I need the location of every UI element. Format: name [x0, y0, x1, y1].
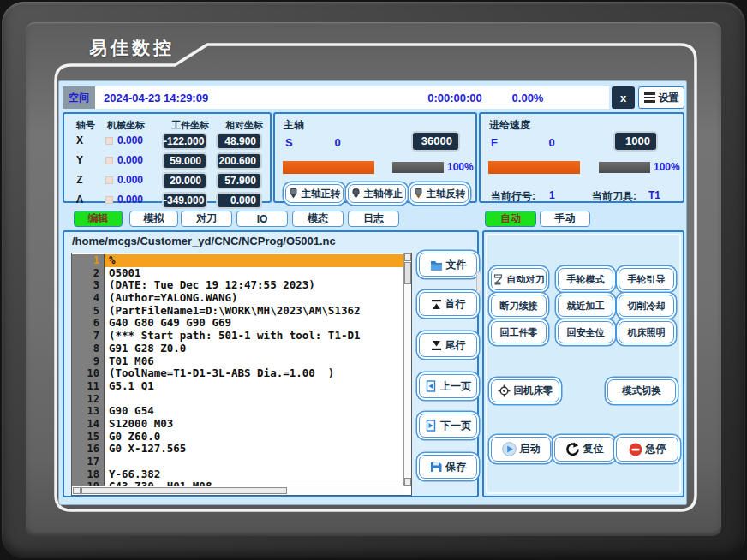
scroll-down-arrow[interactable] — [404, 478, 411, 486]
feed-letter: F — [491, 136, 498, 149]
start-button[interactable]: 启动 — [491, 437, 551, 462]
tab-tool-setting[interactable]: 对刀 — [181, 211, 232, 227]
play-icon — [502, 442, 517, 456]
code-line[interactable]: 18Y-66.382 — [72, 468, 403, 481]
save-button[interactable]: 保存 — [419, 455, 477, 479]
line-number: 10 — [72, 367, 105, 380]
spindle-progress-fill — [283, 161, 374, 174]
code-line[interactable]: 8G91 G28 Z0.0 — [72, 343, 403, 355]
tab-auto[interactable]: 自动 — [485, 211, 536, 227]
screen: 空间 2024-04-23 14:29:09 0:00:00:00 0.00% … — [58, 80, 687, 505]
first-line-button[interactable]: 首行 — [419, 292, 477, 316]
spindle-reverse-button[interactable]: 主轴反转 — [410, 184, 469, 203]
code-line[interactable]: 17 — [72, 456, 403, 468]
tab-simulate[interactable]: 模拟 — [129, 211, 178, 227]
prev-page-button[interactable]: 上一页 — [419, 374, 477, 398]
line-number: 6 — [72, 317, 105, 330]
broken-tool-resume-button[interactable]: 断刀续接 — [491, 295, 547, 317]
line-number: 14 — [72, 418, 105, 431]
axis-label: A — [71, 194, 88, 206]
feed-title: 进给速度 — [489, 118, 530, 133]
settings-button[interactable]: 设置 — [638, 86, 684, 109]
save-button-label: 保存 — [445, 460, 466, 474]
line-text: (DATE: Tue Dec 19 12:47:55 2023) — [105, 279, 403, 292]
tab-edit[interactable]: 编辑 — [74, 211, 123, 227]
code-line[interactable]: 5(PartFileName1=D:\WORK\MH\2023\AM\S1362 — [72, 305, 403, 318]
axis-label: Y — [71, 154, 88, 166]
code-line[interactable]: 12 — [72, 393, 403, 406]
last-line-button[interactable]: 尾行 — [419, 333, 477, 357]
close-button[interactable]: x — [612, 86, 635, 109]
elapsed-time-label: 0:00:00:00 — [412, 92, 498, 104]
cutting-coolant-button[interactable]: 切削冷却 — [619, 295, 674, 317]
estop-icon — [629, 443, 642, 456]
line-number: 12 — [72, 393, 105, 406]
scroll-up-arrow[interactable] — [404, 253, 411, 261]
handwheel-guide-button[interactable]: 手轮引导 — [619, 268, 674, 290]
code-line[interactable]: 7(*** Start path: 501-1 with tool: T1-D1 — [72, 330, 403, 343]
code-line[interactable]: 14S12000 M03 — [72, 418, 403, 431]
emergency-stop-button[interactable]: 急停 — [616, 437, 678, 462]
relative-coord-value: 0.000 — [216, 192, 262, 209]
code-line[interactable]: 16G0 X-127.565 — [72, 443, 403, 456]
code-line[interactable]: 10(ToolName=T1-D1-3L-ABS Dia.=1.00 ) — [72, 367, 403, 380]
line-number: 3 — [72, 279, 105, 292]
header-relative-coord: 相对坐标 — [225, 119, 263, 132]
header-machine-coord: 机械坐标 — [107, 119, 145, 132]
line-text: O5001 — [105, 267, 403, 280]
tab-modal[interactable]: 模态 — [292, 211, 344, 227]
axis-label: Z — [71, 174, 88, 186]
prev-page-icon — [425, 380, 437, 392]
work-coord-value: -122.000 — [162, 133, 207, 150]
line-number: 16 — [72, 443, 105, 456]
scroll-left-arrow[interactable] — [73, 487, 81, 494]
file-button[interactable]: 文件 — [419, 253, 477, 277]
code-line[interactable]: 11G5.1 Q1 — [72, 380, 403, 393]
spindle-tool-icon — [414, 188, 423, 199]
next-page-button[interactable]: 下一页 — [419, 414, 477, 438]
return-safe-position-button[interactable]: 回安全位 — [558, 321, 613, 343]
prev-page-label: 上一页 — [440, 379, 471, 394]
progress-percent-label: 0.00% — [498, 92, 558, 104]
handwheel-mode-button[interactable]: 手轮模式 — [558, 268, 613, 290]
emergency-stop-label: 急停 — [646, 442, 666, 456]
machine-coord-value: 0.000 — [117, 174, 143, 186]
code-area[interactable]: 1% 2O5001 3(DATE: Tue Dec 19 12:47:55 20… — [71, 253, 412, 496]
spindle-title: 主轴 — [284, 118, 304, 133]
spindle-stop-button[interactable]: 主轴停止 — [348, 184, 406, 203]
machine-light-button[interactable]: 机床照明 — [619, 321, 674, 343]
line-number: 2 — [72, 267, 105, 280]
line-number: 7 — [72, 330, 105, 343]
return-work-zero-button[interactable]: 回工件零 — [491, 321, 547, 343]
tab-workspace[interactable]: 空间 — [63, 86, 95, 109]
reset-button[interactable]: 复位 — [554, 437, 614, 462]
code-line[interactable]: 9T01 M06 — [72, 355, 403, 368]
tab-io[interactable]: IO — [236, 211, 288, 227]
auto-tool-setting-button[interactable]: 自动对刀 — [491, 268, 547, 290]
code-line[interactable]: 13G90 G54 — [72, 405, 403, 418]
line-text: G0 Z60.0 — [105, 431, 403, 444]
spindle-forward-button[interactable]: 主轴正转 — [285, 184, 344, 203]
nc-editor-panel: /home/mcgs/Customer_yd/CNC/NCProg/O5001.… — [63, 230, 479, 497]
tab-log[interactable]: 日志 — [348, 211, 399, 227]
code-line[interactable]: 2O5001 — [72, 267, 403, 280]
vertical-scrollbar[interactable] — [403, 253, 411, 486]
horizontal-scroll-thumb[interactable] — [81, 487, 287, 494]
code-line[interactable]: 3(DATE: Tue Dec 19 12:47:55 2023) — [72, 279, 403, 292]
vertical-scroll-thumb[interactable] — [404, 262, 411, 284]
mode-switch-button[interactable]: 模式切换 — [607, 379, 676, 402]
code-line[interactable]: 4(Author=YALONG.WANG) — [72, 292, 403, 305]
relative-coord-value: 200.600 — [216, 152, 262, 170]
tab-manual[interactable]: 手动 — [540, 211, 590, 227]
return-machine-zero-button[interactable]: 回机床零 — [491, 379, 559, 402]
nearby-machining-button[interactable]: 就近加工 — [558, 295, 613, 317]
spindle-override-slider[interactable] — [392, 162, 444, 173]
code-line[interactable]: 6G40 G80 G49 G90 G69 — [72, 317, 403, 330]
horizontal-scrollbar[interactable] — [72, 486, 403, 495]
reset-label: 复位 — [583, 442, 604, 456]
code-line[interactable]: 15G0 Z60.0 — [72, 431, 403, 444]
pane-splitter-handle[interactable] — [476, 271, 481, 294]
line-text: S12000 M03 — [105, 418, 403, 431]
feed-override-slider[interactable] — [599, 162, 650, 173]
code-line[interactable]: 1% — [72, 254, 403, 267]
